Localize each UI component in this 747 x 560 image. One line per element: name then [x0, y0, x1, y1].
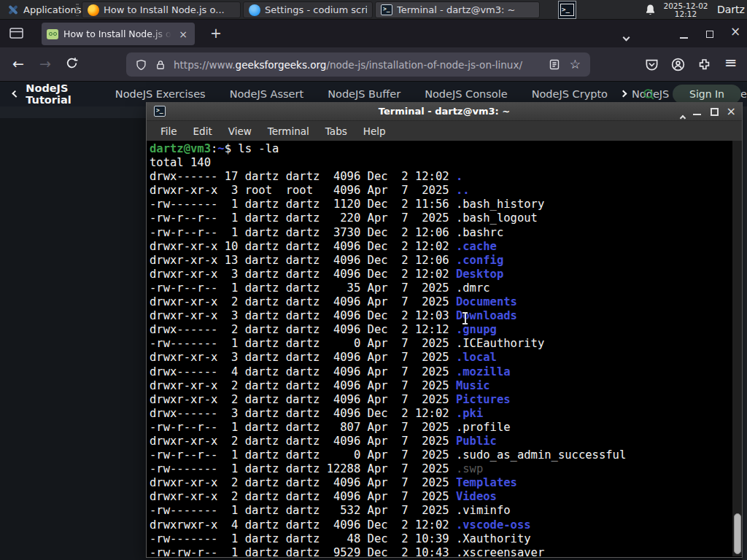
menu-help[interactable]: Help: [355, 123, 394, 139]
clock-time: 12:12: [660, 10, 711, 18]
taskbar-label: Terminal - dartz@vm3: ~: [397, 4, 515, 15]
codium-icon: [249, 4, 260, 16]
applications-label: Applications: [23, 4, 81, 15]
tracking-protection-shield-icon[interactable]: [136, 59, 147, 71]
applications-menu-button[interactable]: Applications: [1, 1, 86, 19]
url-text[interactable]: https://www.geeksforgeeks.org/node-js/in…: [174, 59, 549, 71]
forward-button[interactable]: →: [39, 55, 51, 71]
terminal-scrollbar-thumb[interactable]: [734, 513, 741, 554]
notification-bell-icon[interactable]: [644, 4, 657, 16]
mouse-cursor-ibeam: [462, 312, 468, 324]
extensions-puzzle-icon[interactable]: [697, 58, 711, 71]
firefox-icon: [88, 4, 99, 16]
terminal-menu-bar: File Edit View Terminal Tabs Help: [147, 121, 742, 141]
terminal-window-icon: >_: [154, 106, 166, 117]
nav-item[interactable]: NodeJS Buffer: [328, 88, 400, 100]
terminal-icon: >_: [381, 4, 392, 15]
search-icon[interactable]: [643, 88, 655, 101]
terminal-close-button[interactable]: ×: [727, 104, 736, 118]
top-panel: Applications How to Install Node.js o...…: [0, 0, 747, 20]
menu-file[interactable]: File: [152, 123, 185, 139]
pocket-icon[interactable]: [645, 58, 659, 71]
reader-mode-icon[interactable]: [549, 59, 560, 70]
terminal-window-title: Terminal - dartz@vm3: ~: [147, 106, 742, 117]
geeksforgeeks-favicon: [47, 29, 58, 39]
taskbar-label: How to Install Node.js o...: [104, 4, 225, 15]
browser-toolbar: ← → https://www.geeksforgeeks.org/node-j…: [0, 47, 747, 82]
terminal-scrollbar[interactable]: [732, 141, 742, 556]
nav-item[interactable]: NodeJS Assert: [230, 88, 304, 100]
taskbar-button-terminal[interactable]: >_ Terminal - dartz@vm3: ~: [375, 1, 540, 18]
browser-tab-bar: How to Install Node.js on × + ×: [0, 20, 747, 47]
bookmark-star-icon[interactable]: ☆: [570, 58, 581, 71]
hamburger-menu-icon[interactable]: ≡: [724, 54, 738, 71]
account-icon[interactable]: [671, 58, 685, 71]
tab-close-icon[interactable]: ×: [177, 28, 190, 40]
nav-item[interactable]: NodeJS Exercises: [115, 88, 206, 100]
browser-scrollbar[interactable]: [742, 106, 747, 560]
url-domain: geeksforgeeks.org: [236, 59, 327, 71]
panel-clock[interactable]: 2025-12-02 12:12: [660, 2, 711, 18]
terminal-output: dartz@vm3:~$ ls -latotal 140drwx------ 1…: [147, 141, 742, 556]
panel-handle: [76, 4, 79, 16]
browser-tab-active[interactable]: How to Install Node.js on ×: [42, 23, 195, 45]
terminal-maximize-button[interactable]: [711, 108, 719, 116]
menu-edit[interactable]: Edit: [185, 123, 220, 139]
browser-maximize-button[interactable]: [706, 31, 713, 38]
taskbar-button-codium[interactable]: Settings - codium script...: [243, 1, 373, 18]
back-button[interactable]: ←: [12, 55, 24, 71]
panel-username: Dartz: [717, 4, 745, 15]
applications-icon: [7, 4, 19, 16]
url-scheme: https://www.: [174, 59, 236, 71]
tray-terminal-icon[interactable]: >_: [558, 1, 576, 19]
menu-view[interactable]: View: [220, 123, 260, 139]
firefox-view-icon[interactable]: [9, 27, 23, 39]
taskbar-button-firefox[interactable]: How to Install Node.js o...: [82, 1, 241, 18]
new-tab-button[interactable]: +: [206, 24, 225, 43]
terminal-content[interactable]: dartz@vm3:~$ ls -latotal 140drwx------ 1…: [147, 141, 742, 556]
lock-icon[interactable]: [155, 59, 166, 71]
browser-minimize-button[interactable]: [680, 37, 688, 39]
nav-scroll-right-icon[interactable]: [620, 90, 627, 98]
terminal-minimize-button[interactable]: [693, 114, 701, 115]
nav-item[interactable]: NodeJS Console: [425, 88, 508, 100]
menu-tabs[interactable]: Tabs: [317, 123, 355, 139]
terminal-title-bar[interactable]: >_ Terminal - dartz@vm3: ~ ×: [147, 102, 742, 121]
taskbar-label: Settings - codium script...: [265, 4, 367, 15]
reload-button[interactable]: [66, 57, 78, 69]
desktop: Applications How to Install Node.js o...…: [0, 0, 747, 560]
list-all-tabs-icon[interactable]: [624, 29, 629, 43]
sign-in-button[interactable]: Sign In: [673, 85, 741, 104]
nav-current-item[interactable]: NodeJS Tutorial: [26, 82, 91, 106]
nav-scroll-left-icon[interactable]: [12, 90, 19, 98]
url-bar[interactable]: https://www.geeksforgeeks.org/node-js/in…: [126, 52, 590, 77]
browser-close-button[interactable]: ×: [730, 24, 740, 39]
tab-title: How to Install Node.js on: [63, 28, 171, 39]
menu-terminal[interactable]: Terminal: [260, 123, 317, 139]
url-path: /node-js/installation-of-node-js-on-linu…: [326, 59, 522, 71]
nav-item[interactable]: NodeJS Crypto: [532, 88, 608, 100]
terminal-window: >_ Terminal - dartz@vm3: ~ × File Edit V…: [146, 102, 743, 558]
